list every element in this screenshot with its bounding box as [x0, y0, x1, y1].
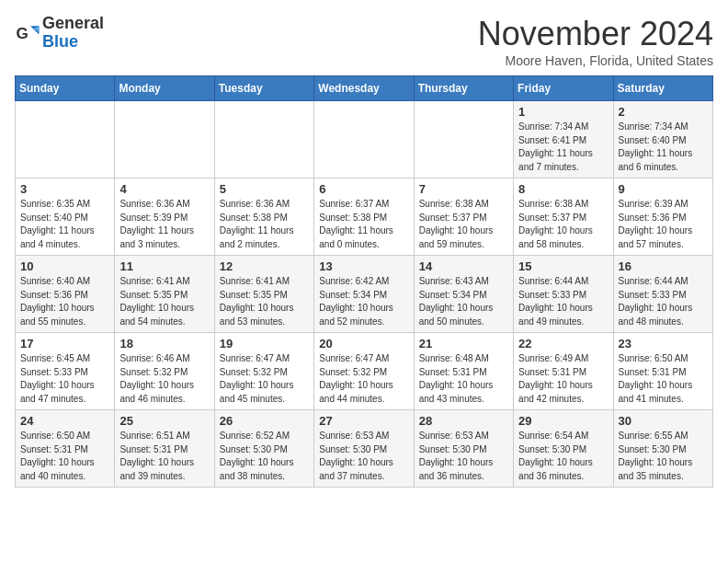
day-info: Sunrise: 6:40 AM Sunset: 5:36 PM Dayligh… [20, 275, 109, 328]
day-info: Sunrise: 6:44 AM Sunset: 5:33 PM Dayligh… [619, 275, 708, 328]
day-info: Sunrise: 7:34 AM Sunset: 6:40 PM Dayligh… [619, 121, 708, 174]
day-number: 25 [119, 414, 209, 428]
svg-text:G: G [17, 25, 28, 42]
calendar-day-cell: 17Sunrise: 6:45 AM Sunset: 5:33 PM Dayli… [16, 333, 115, 410]
page-header: G General Blue November 2024 Moore Haven… [15, 15, 713, 68]
day-number: 6 [319, 182, 408, 196]
day-info: Sunrise: 6:47 AM Sunset: 5:32 PM Dayligh… [319, 352, 408, 406]
day-info: Sunrise: 6:35 AM Sunset: 5:40 PM Dayligh… [20, 198, 109, 251]
calendar-day-cell: 18Sunrise: 6:46 AM Sunset: 5:32 PM Dayli… [115, 333, 214, 410]
calendar-day-cell: 19Sunrise: 6:47 AM Sunset: 5:32 PM Dayli… [214, 333, 313, 410]
calendar-day-cell [314, 101, 414, 178]
day-number: 22 [518, 337, 608, 350]
weekday-header-cell: Wednesday [314, 76, 414, 101]
logo-icon: G [15, 20, 40, 46]
calendar-day-cell [414, 101, 513, 178]
calendar-day-cell: 2Sunrise: 7:34 AM Sunset: 6:40 PM Daylig… [613, 101, 712, 178]
day-info: Sunrise: 6:47 AM Sunset: 5:32 PM Dayligh… [220, 352, 309, 406]
calendar-week-row: 3Sunrise: 6:35 AM Sunset: 5:40 PM Daylig… [16, 178, 713, 256]
day-number: 29 [518, 414, 608, 428]
calendar-day-cell: 5Sunrise: 6:36 AM Sunset: 5:38 PM Daylig… [214, 178, 313, 256]
day-info: Sunrise: 6:50 AM Sunset: 5:31 PM Dayligh… [619, 352, 708, 406]
month-title: November 2024 [478, 15, 713, 53]
day-info: Sunrise: 6:44 AM Sunset: 5:33 PM Dayligh… [518, 275, 608, 328]
day-info: Sunrise: 6:39 AM Sunset: 5:36 PM Dayligh… [619, 198, 708, 251]
calendar-day-cell: 22Sunrise: 6:49 AM Sunset: 5:31 PM Dayli… [514, 333, 613, 410]
calendar-week-row: 10Sunrise: 6:40 AM Sunset: 5:36 PM Dayli… [16, 256, 713, 333]
day-info: Sunrise: 6:41 AM Sunset: 5:35 PM Dayligh… [220, 275, 309, 328]
day-info: Sunrise: 7:34 AM Sunset: 6:41 PM Dayligh… [518, 121, 608, 174]
day-number: 28 [419, 414, 508, 428]
calendar-day-cell: 27Sunrise: 6:53 AM Sunset: 5:30 PM Dayli… [314, 410, 414, 488]
day-number: 1 [518, 105, 608, 119]
day-number: 5 [220, 182, 309, 196]
calendar-day-cell: 30Sunrise: 6:55 AM Sunset: 5:30 PM Dayli… [613, 410, 712, 488]
day-info: Sunrise: 6:55 AM Sunset: 5:30 PM Dayligh… [619, 430, 708, 483]
title-block: November 2024 Moore Haven, Florida, Unit… [478, 15, 713, 68]
day-info: Sunrise: 6:45 AM Sunset: 5:33 PM Dayligh… [20, 352, 109, 406]
day-info: Sunrise: 6:38 AM Sunset: 5:37 PM Dayligh… [518, 198, 608, 251]
day-info: Sunrise: 6:52 AM Sunset: 5:30 PM Dayligh… [220, 430, 309, 483]
day-info: Sunrise: 6:53 AM Sunset: 5:30 PM Dayligh… [419, 430, 508, 483]
day-info: Sunrise: 6:51 AM Sunset: 5:31 PM Dayligh… [119, 430, 209, 483]
day-info: Sunrise: 6:36 AM Sunset: 5:38 PM Dayligh… [220, 198, 309, 251]
calendar-day-cell: 14Sunrise: 6:43 AM Sunset: 5:34 PM Dayli… [414, 256, 513, 333]
day-info: Sunrise: 6:53 AM Sunset: 5:30 PM Dayligh… [319, 430, 408, 483]
day-info: Sunrise: 6:48 AM Sunset: 5:31 PM Dayligh… [419, 352, 508, 406]
day-number: 10 [20, 259, 109, 273]
day-number: 13 [319, 259, 408, 273]
calendar-day-cell: 25Sunrise: 6:51 AM Sunset: 5:31 PM Dayli… [115, 410, 214, 488]
day-number: 16 [619, 259, 708, 273]
calendar-day-cell: 10Sunrise: 6:40 AM Sunset: 5:36 PM Dayli… [16, 256, 115, 333]
calendar-day-cell: 11Sunrise: 6:41 AM Sunset: 5:35 PM Dayli… [115, 256, 214, 333]
day-number: 12 [220, 259, 309, 273]
day-number: 30 [619, 414, 708, 428]
calendar-day-cell: 8Sunrise: 6:38 AM Sunset: 5:37 PM Daylig… [514, 178, 613, 256]
calendar-day-cell: 24Sunrise: 6:50 AM Sunset: 5:31 PM Dayli… [16, 410, 115, 488]
calendar-day-cell [214, 101, 313, 178]
calendar-week-row: 17Sunrise: 6:45 AM Sunset: 5:33 PM Dayli… [16, 333, 713, 410]
day-number: 2 [619, 105, 708, 119]
day-number: 8 [518, 182, 608, 196]
logo-general-text: General [42, 14, 104, 32]
calendar-day-cell: 7Sunrise: 6:38 AM Sunset: 5:37 PM Daylig… [414, 178, 513, 256]
day-number: 21 [419, 337, 508, 350]
day-info: Sunrise: 6:36 AM Sunset: 5:39 PM Dayligh… [119, 198, 209, 251]
weekday-header-cell: Monday [115, 76, 214, 101]
day-info: Sunrise: 6:37 AM Sunset: 5:38 PM Dayligh… [319, 198, 408, 251]
calendar-day-cell: 3Sunrise: 6:35 AM Sunset: 5:40 PM Daylig… [16, 178, 115, 256]
day-number: 7 [419, 182, 508, 196]
calendar-day-cell: 21Sunrise: 6:48 AM Sunset: 5:31 PM Dayli… [414, 333, 513, 410]
day-number: 17 [20, 337, 109, 350]
day-number: 23 [619, 337, 708, 350]
day-info: Sunrise: 6:50 AM Sunset: 5:31 PM Dayligh… [20, 430, 109, 483]
calendar-week-row: 24Sunrise: 6:50 AM Sunset: 5:31 PM Dayli… [16, 410, 713, 488]
calendar-day-cell: 12Sunrise: 6:41 AM Sunset: 5:35 PM Dayli… [214, 256, 313, 333]
day-number: 27 [319, 414, 408, 428]
calendar-day-cell: 29Sunrise: 6:54 AM Sunset: 5:30 PM Dayli… [514, 410, 613, 488]
weekday-header-row: SundayMondayTuesdayWednesdayThursdayFrid… [16, 76, 713, 101]
calendar-body: 1Sunrise: 7:34 AM Sunset: 6:41 PM Daylig… [16, 101, 713, 488]
calendar-day-cell [16, 101, 115, 178]
calendar-day-cell: 28Sunrise: 6:53 AM Sunset: 5:30 PM Dayli… [414, 410, 513, 488]
day-info: Sunrise: 6:38 AM Sunset: 5:37 PM Dayligh… [419, 198, 508, 251]
day-number: 11 [119, 259, 209, 273]
weekday-header-cell: Sunday [16, 76, 115, 101]
day-info: Sunrise: 6:42 AM Sunset: 5:34 PM Dayligh… [319, 275, 408, 328]
calendar-week-row: 1Sunrise: 7:34 AM Sunset: 6:41 PM Daylig… [16, 101, 713, 178]
location-title: Moore Haven, Florida, United States [478, 53, 713, 68]
weekday-header-cell: Saturday [613, 76, 712, 101]
calendar-table: SundayMondayTuesdayWednesdayThursdayFrid… [15, 75, 713, 488]
calendar-day-cell: 20Sunrise: 6:47 AM Sunset: 5:32 PM Dayli… [314, 333, 414, 410]
day-number: 3 [20, 182, 109, 196]
day-number: 15 [518, 259, 608, 273]
day-info: Sunrise: 6:41 AM Sunset: 5:35 PM Dayligh… [119, 275, 209, 328]
day-number: 9 [619, 182, 708, 196]
day-number: 14 [419, 259, 508, 273]
calendar-day-cell [115, 101, 214, 178]
calendar-day-cell: 4Sunrise: 6:36 AM Sunset: 5:39 PM Daylig… [115, 178, 214, 256]
logo: G General Blue [15, 15, 104, 52]
calendar-day-cell: 9Sunrise: 6:39 AM Sunset: 5:36 PM Daylig… [613, 178, 712, 256]
day-number: 19 [220, 337, 309, 350]
day-number: 26 [220, 414, 309, 428]
